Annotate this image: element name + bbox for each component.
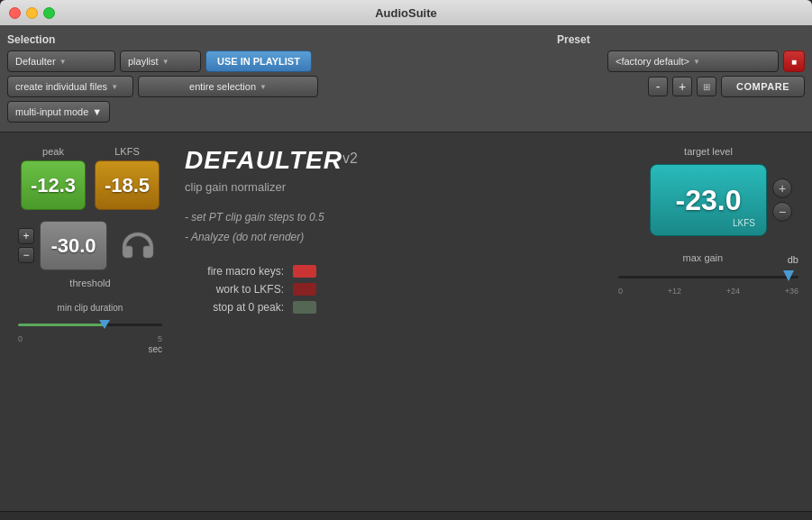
threshold-label: threshold <box>69 278 110 288</box>
work-lkfs-indicator[interactable] <box>293 283 316 296</box>
selection-section-label: Selection <box>7 31 557 47</box>
meters-row: peak -12.3 LKFS -18.5 <box>21 146 160 210</box>
threshold-plus-button[interactable]: + <box>18 228 34 244</box>
duration-label: min clip duration <box>18 303 162 313</box>
tick-5: 5 <box>158 334 162 343</box>
compare-button[interactable]: COMPARE <box>721 76 805 97</box>
square-icon: ■ <box>791 57 797 67</box>
duration-slider-area: min clip duration 0 5 sec <box>18 303 162 354</box>
lkfs-display: -18.5 <box>95 160 160 210</box>
right-column: target level -23.0 LKFS + − max gain db <box>618 146 798 497</box>
target-level-label: target level <box>684 146 733 157</box>
instructions: - set PT clip gain steps to 0.5 - Analyz… <box>185 208 600 247</box>
maximize-button[interactable] <box>43 7 55 19</box>
threshold-display: -30.0 <box>40 221 107 270</box>
controls-row-2: create individual files ▼ entire selecti… <box>7 76 805 97</box>
target-unit: LKFS <box>733 218 755 228</box>
left-column: peak -12.3 LKFS -18.5 + − <box>14 146 167 497</box>
stop-peak-label: stop at 0 peak: <box>185 301 284 314</box>
chevron-down-icon: ▼ <box>92 106 102 117</box>
controls-row-3: multi-input mode ▼ <box>7 101 805 123</box>
gain-tick-24: +24 <box>726 287 740 296</box>
minus-button[interactable]: - <box>648 77 668 96</box>
headphone-icon <box>113 221 162 270</box>
target-plus-button[interactable]: + <box>772 178 792 198</box>
copy-icon-button[interactable]: ⊞ <box>697 77 716 96</box>
target-value: -23.0 <box>676 186 742 214</box>
slider-thumb[interactable] <box>99 320 110 329</box>
content-area: peak -12.3 LKFS -18.5 + − <box>0 132 812 511</box>
work-lkfs-label: work to LKFS: <box>185 283 284 296</box>
header-labels-row: Selection Preset <box>7 31 805 47</box>
center-column: DEFAULTERv2 clip gain normalizer - set P… <box>176 146 609 497</box>
lkfs-meter-group: LKFS -18.5 <box>95 146 160 210</box>
slider-ticks: 0 5 <box>18 334 162 343</box>
chevron-down-icon: ▼ <box>111 83 118 91</box>
slider-fill <box>18 324 105 326</box>
threshold-section: + − -30.0 <box>18 221 162 270</box>
plugin-name: DEFAULTER <box>185 146 342 174</box>
bottom-bar: Analyze WHOLE FILE 2.00 Render <box>0 511 812 520</box>
max-gain-section: max gain db 0 +12 +24 +36 <box>618 252 798 296</box>
gain-tick-36: +36 <box>785 287 798 296</box>
minimize-button[interactable] <box>26 7 38 19</box>
max-gain-slider[interactable] <box>618 267 798 285</box>
title-bar: AudioSuite <box>0 0 812 25</box>
fire-macro-row: fire macro keys: <box>185 265 600 278</box>
copy-icon: ⊞ <box>703 82 710 92</box>
preset-icon-button[interactable]: ■ <box>783 50 805 72</box>
peak-meter-group: peak -12.3 <box>21 146 86 210</box>
stop-peak-indicator[interactable] <box>293 301 316 314</box>
playlist-dropdown[interactable]: playlist ▼ <box>120 50 201 72</box>
peak-display: -12.3 <box>21 160 86 210</box>
gain-track <box>618 276 798 278</box>
gain-ticks: 0 +12 +24 +36 <box>618 287 798 296</box>
plus-button[interactable]: + <box>672 77 692 96</box>
fire-macro-label: fire macro keys: <box>185 265 284 278</box>
fire-macro-indicator[interactable] <box>293 265 316 278</box>
preset-dropdown[interactable]: <factory default> ▼ <box>607 50 779 72</box>
chevron-down-icon: ▼ <box>693 58 700 66</box>
selection-mode-dropdown[interactable]: entire selection ▼ <box>138 76 318 97</box>
target-wrapper: -23.0 LKFS + − <box>650 164 767 236</box>
multi-input-dropdown[interactable]: multi-input mode ▼ <box>7 101 110 123</box>
chevron-down-icon: ▼ <box>260 83 267 91</box>
chevron-down-icon: ▼ <box>59 58 67 66</box>
sec-label: sec <box>18 344 162 354</box>
gain-tick-0: 0 <box>618 287 623 296</box>
use-in-playlist-button[interactable]: USE IN PLAYLIST <box>205 50 312 72</box>
files-dropdown[interactable]: create individual files ▼ <box>7 76 133 97</box>
max-gain-label: max gain <box>683 252 724 263</box>
tick-0: 0 <box>18 334 23 343</box>
plugin-version: v2 <box>342 151 358 166</box>
gain-tick-12: +12 <box>668 287 681 296</box>
preset-section-label: Preset <box>557 31 805 47</box>
close-button[interactable] <box>9 7 21 19</box>
traffic-lights <box>9 7 55 19</box>
db-label: db <box>788 254 798 265</box>
threshold-controls: + − <box>18 228 34 263</box>
work-lkfs-row: work to LKFS: <box>185 283 600 296</box>
gain-thumb[interactable] <box>783 270 794 281</box>
target-display: -23.0 LKFS <box>650 164 767 236</box>
macro-keys-section: fire macro keys: work to LKFS: stop at 0… <box>185 265 600 314</box>
threshold-minus-button[interactable]: − <box>18 247 34 263</box>
plugin-title-area: DEFAULTERv2 <box>185 146 600 175</box>
stop-peak-row: stop at 0 peak: <box>185 301 600 314</box>
defaulter-dropdown[interactable]: Defaulter ▼ <box>7 50 115 72</box>
window-title: AudioSuite <box>375 6 437 20</box>
chevron-down-icon: ▼ <box>162 58 169 66</box>
target-pm-controls: + − <box>772 178 792 222</box>
duration-slider[interactable] <box>18 316 162 333</box>
lkfs-label: LKFS <box>114 146 140 157</box>
peak-label: peak <box>42 146 64 157</box>
main-container: Selection Preset Defaulter ▼ playlist ▼ … <box>0 25 812 520</box>
target-minus-button[interactable]: − <box>772 202 792 222</box>
header: Selection Preset Defaulter ▼ playlist ▼ … <box>0 25 812 132</box>
plugin-subtitle: clip gain normalizer <box>185 180 600 194</box>
controls-row-1: Defaulter ▼ playlist ▼ USE IN PLAYLIST <… <box>7 50 805 72</box>
